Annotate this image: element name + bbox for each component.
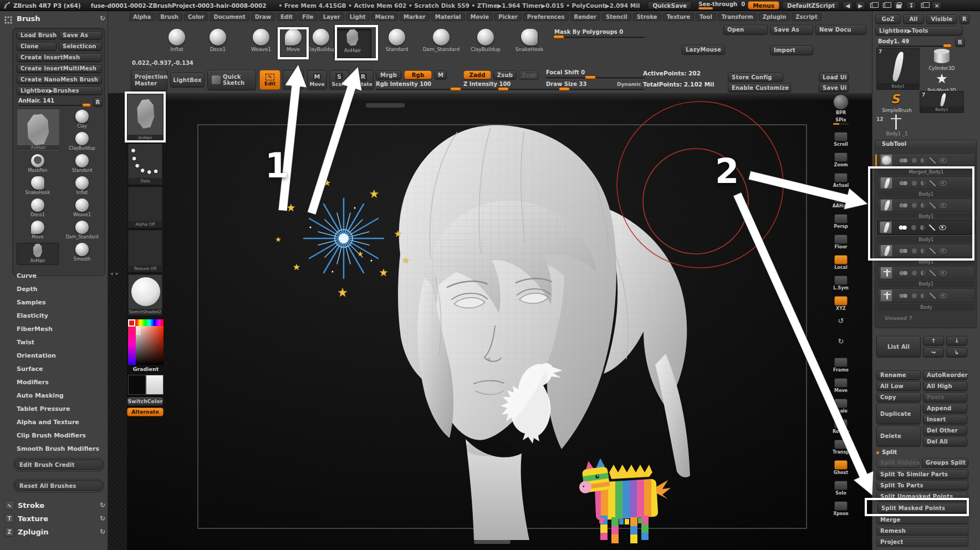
brush-grid-anhair-selected[interactable]: AnHair <box>17 243 59 265</box>
right-shelf-button[interactable]: Solo <box>829 481 853 501</box>
subtool-row-body[interactable] <box>877 288 975 303</box>
create-nanomesh-button[interactable]: Create NanoMesh Brush <box>17 75 102 84</box>
eye-icon[interactable] <box>940 293 947 298</box>
brush-palette-refresh-icon[interactable]: ↻ <box>100 14 105 22</box>
menu-item[interactable]: Marker <box>400 13 430 21</box>
all-button[interactable]: All <box>903 14 924 24</box>
subtool-row-merged-body1[interactable] <box>877 153 975 167</box>
current-brush-slider[interactable]: AnHair. 141 <box>18 98 54 104</box>
main-color-swatch[interactable] <box>128 375 146 395</box>
default-zscript-button[interactable]: DefaultZScript <box>782 1 840 9</box>
shelf-brush-anhair[interactable]: AnHair <box>334 29 371 59</box>
brush-grid-claybuildup[interactable]: ClayBuildup <box>61 132 103 154</box>
stroke-palette-title[interactable]: Stroke <box>18 501 44 510</box>
brush-section-link[interactable]: Samples <box>17 296 99 309</box>
delete-button[interactable]: Delete <box>876 426 921 446</box>
all-low-button[interactable]: All Low <box>876 381 921 391</box>
right-shelf-button[interactable]: SPix <box>829 118 853 132</box>
half-shade-icon[interactable] <box>921 271 926 276</box>
polypaint-icon[interactable] <box>899 225 907 230</box>
new-document-button[interactable]: New Docu <box>815 25 866 34</box>
right-shelf-button[interactable]: Persp <box>829 214 853 235</box>
paste-button[interactable]: Paste <box>923 393 967 402</box>
subtool-row-icons[interactable] <box>899 202 947 208</box>
lazymouse-button[interactable]: LazyMouse <box>682 45 725 54</box>
lock-icon[interactable] <box>894 1 904 9</box>
shade-icon[interactable] <box>911 225 916 230</box>
minimize-icon[interactable]: ↧ <box>906 1 916 9</box>
create-insertmultimesh-button[interactable]: Create InsertMultiMesh <box>17 64 102 73</box>
current-brush-handle[interactable] <box>82 103 91 107</box>
del-all-button[interactable]: Del All <box>923 437 967 446</box>
menu-item[interactable]: Edit <box>277 13 297 21</box>
remesh-section-button[interactable]: Remesh <box>876 526 968 535</box>
copy-button[interactable]: Copy <box>876 393 921 402</box>
zsub-button[interactable]: Zsub <box>493 70 517 79</box>
brush-grid-inflat[interactable]: Inflat <box>61 176 103 198</box>
brush-icon[interactable] <box>930 293 936 299</box>
color-picker[interactable] <box>128 319 164 365</box>
shelf-brush-claybuildup2[interactable]: ClayBuildup <box>467 29 504 59</box>
clone-button[interactable]: Clone <box>17 42 57 50</box>
half-shade-icon[interactable] <box>920 225 925 230</box>
tool-slider[interactable]: Body1. 49 <box>878 38 909 44</box>
right-shelf-button[interactable]: Frame <box>829 358 853 378</box>
groups-split-button[interactable]: Groups Split <box>922 458 968 467</box>
shade-icon[interactable] <box>912 248 917 253</box>
dynamic-toggle[interactable]: Dynamic <box>617 82 641 87</box>
subtool-row-body1-4[interactable] <box>877 244 975 257</box>
subtool-move-up-arrow-button[interactable]: ↪ <box>923 348 944 357</box>
left-shelf-divider[interactable]: ◂ ▸ <box>108 93 127 550</box>
brush-icon[interactable] <box>930 248 936 254</box>
menu-item[interactable]: Color <box>184 13 208 21</box>
shade-icon[interactable] <box>912 293 917 298</box>
cascade-left-icon[interactable] <box>868 1 878 9</box>
polypaint-icon[interactable] <box>899 293 908 298</box>
shrink-ui-left-icon[interactable]: ◀ <box>843 1 853 9</box>
brush-grid-dam-standard[interactable]: Dam_Standard <box>61 221 103 243</box>
menu-item[interactable]: Document <box>210 13 249 21</box>
focal-shift-slider[interactable]: Focal Shift 0 <box>546 69 585 75</box>
menu-item[interactable]: Brush <box>156 13 182 21</box>
list-all-button[interactable]: List All <box>876 336 921 357</box>
right-shelf-button[interactable]: Rotate <box>829 419 853 440</box>
right-shelf-button[interactable]: XYZ <box>829 296 853 317</box>
subtool-row-body1-selected[interactable] <box>877 220 976 235</box>
right-shelf-button[interactable]: Scroll <box>829 132 853 152</box>
subtool-row-icons[interactable] <box>899 180 947 186</box>
menu-item[interactable]: Texture <box>663 13 694 21</box>
goz-r-button[interactable]: R <box>959 14 969 24</box>
stroke-type-tile[interactable]: Dots <box>128 144 162 185</box>
tool-thumb-simplebrush[interactable]: S SimpleBrush <box>875 92 918 115</box>
expand-ui-right-icon[interactable]: ▶ <box>855 1 865 9</box>
menu-item[interactable]: Zscript <box>792 13 821 21</box>
menu-item[interactable]: Transform <box>718 13 757 21</box>
brush-section-link[interactable]: Modifiers <box>17 376 99 389</box>
right-shelf-button[interactable]: Floor <box>829 235 853 255</box>
gradient-label[interactable]: Gradient <box>128 366 164 372</box>
rgb-intensity-slider[interactable]: Rgb Intensity 100 <box>376 81 431 87</box>
brush-grid-maskpen[interactable]: MaskPen <box>17 154 59 176</box>
alternate-button[interactable]: Alternate <box>127 408 164 416</box>
brush-grid-deco1[interactable]: Deco1 <box>17 198 59 221</box>
document-canvas[interactable] <box>108 93 872 550</box>
see-through-slider[interactable]: See-through 0 <box>698 1 745 9</box>
menu-item[interactable]: Stencil <box>602 13 631 21</box>
rgb-intensity-handle[interactable] <box>450 87 461 91</box>
scale-button[interactable]: SScale <box>329 70 349 90</box>
split-masked-points-button[interactable]: Split Masked Points <box>877 503 968 513</box>
eye-icon[interactable] <box>940 181 947 186</box>
right-shelf-button[interactable]: AAHalf <box>829 193 853 214</box>
brush-save-as-button[interactable]: Save As <box>59 31 102 39</box>
quick-sketch-button[interactable]: Quick Sketch <box>207 70 256 90</box>
subtool-move-down-arrow-button[interactable]: ↳ <box>946 348 967 357</box>
mask-by-polygroups-slider[interactable]: Mask By Polygroups 0 <box>554 29 623 35</box>
shelf-brush-inflat[interactable]: Inflat <box>158 29 196 59</box>
brush-section-link[interactable]: FiberMesh <box>17 323 99 336</box>
right-shelf-button[interactable]: Move <box>829 378 853 399</box>
menu-item[interactable]: Draw <box>251 13 275 21</box>
tool-slider-handle[interactable] <box>943 44 952 48</box>
shade-icon[interactable] <box>912 181 917 186</box>
split-section-header[interactable]: Split <box>882 449 897 455</box>
subtool-row-body1-1[interactable] <box>877 176 975 190</box>
